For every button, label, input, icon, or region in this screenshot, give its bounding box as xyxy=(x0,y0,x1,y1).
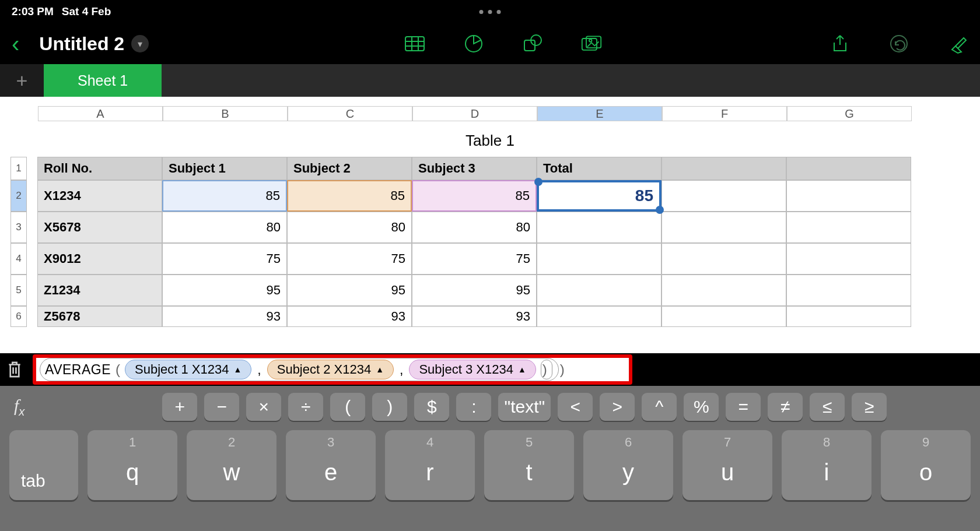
op-key-9[interactable]: < xyxy=(558,393,593,421)
chart-icon[interactable] xyxy=(463,33,484,54)
col-head-c[interactable]: C xyxy=(288,106,412,121)
header-blank-g[interactable] xyxy=(786,157,911,180)
key-u[interactable]: 7u xyxy=(682,430,772,500)
op-key-4[interactable]: ( xyxy=(330,393,365,421)
cell-b4[interactable]: 75 xyxy=(162,243,287,275)
op-key-8[interactable]: "text" xyxy=(498,393,551,421)
key-i[interactable]: 8i xyxy=(782,430,872,500)
row-head-5[interactable]: 5 xyxy=(10,275,27,306)
row-head-4[interactable]: 4 xyxy=(10,243,27,275)
col-head-d[interactable]: D xyxy=(412,106,537,121)
cell-e5[interactable] xyxy=(537,275,662,306)
delete-formula-icon[interactable] xyxy=(5,360,24,379)
cell-g6[interactable] xyxy=(786,306,911,327)
header-subject1[interactable]: Subject 1 xyxy=(162,157,287,180)
op-key-11[interactable]: ^ xyxy=(642,393,677,421)
shape-icon[interactable] xyxy=(522,33,543,54)
ref-pill-2[interactable]: Subject 2 X1234 ▲ xyxy=(267,360,394,379)
header-blank-f[interactable] xyxy=(662,157,786,180)
cell-a6[interactable]: Z5678 xyxy=(37,306,162,327)
cell-f6[interactable] xyxy=(662,306,786,327)
row-head-2[interactable]: 2 xyxy=(10,180,27,212)
op-key-14[interactable]: ≠ xyxy=(768,393,803,421)
document-menu-chevron[interactable]: ▾ xyxy=(131,35,149,52)
ref-pill-3[interactable]: Subject 3 X1234 ▲ xyxy=(409,360,536,379)
op-key-0[interactable]: + xyxy=(162,393,197,421)
op-key-10[interactable]: > xyxy=(600,393,635,421)
multitask-dots[interactable] xyxy=(480,10,501,14)
cell-e2-active[interactable]: 85 xyxy=(537,180,662,212)
col-head-a[interactable]: A xyxy=(38,106,163,121)
fx-label[interactable]: fx xyxy=(14,396,24,419)
cell-d5[interactable]: 95 xyxy=(412,275,537,306)
sheet-tab-1[interactable]: Sheet 1 xyxy=(44,64,162,97)
cell-a4[interactable]: X9012 xyxy=(37,243,162,275)
format-brush-icon[interactable] xyxy=(947,33,968,54)
cell-b6[interactable]: 93 xyxy=(162,306,287,327)
table-title[interactable]: Table 1 xyxy=(0,132,980,150)
undo-icon[interactable] xyxy=(888,33,909,54)
op-key-13[interactable]: = xyxy=(726,393,761,421)
tab-key[interactable]: tab xyxy=(9,430,78,500)
op-key-1[interactable]: − xyxy=(204,393,239,421)
cell-g3[interactable] xyxy=(786,212,911,243)
cell-b2[interactable]: 85 xyxy=(162,180,287,212)
key-t[interactable]: 5t xyxy=(484,430,574,500)
op-key-6[interactable]: $ xyxy=(414,393,449,421)
key-y[interactable]: 6y xyxy=(583,430,673,500)
op-key-12[interactable]: % xyxy=(684,393,719,421)
cell-a3[interactable]: X5678 xyxy=(37,212,162,243)
cell-c5[interactable]: 95 xyxy=(287,275,412,306)
add-sheet-button[interactable]: + xyxy=(0,64,44,97)
header-subject3[interactable]: Subject 3 xyxy=(412,157,537,180)
formula-bar[interactable]: AVERAGE ( Subject 1 X1234 ▲ , Subject 2 … xyxy=(33,354,632,385)
media-icon[interactable] xyxy=(581,33,602,54)
col-head-f[interactable]: F xyxy=(662,106,787,121)
cell-d4[interactable]: 75 xyxy=(412,243,537,275)
cell-g4[interactable] xyxy=(786,243,911,275)
cell-c2[interactable]: 85 xyxy=(287,180,412,212)
key-o[interactable]: 9o xyxy=(881,430,971,500)
op-key-16[interactable]: ≥ xyxy=(852,393,887,421)
cell-f2[interactable] xyxy=(662,180,786,212)
cell-f3[interactable] xyxy=(662,212,786,243)
header-total[interactable]: Total xyxy=(537,157,662,180)
ref-pill-1[interactable]: Subject 1 X1234 ▲ xyxy=(125,360,251,379)
col-head-e[interactable]: E xyxy=(537,106,662,121)
cell-f4[interactable] xyxy=(662,243,786,275)
key-e[interactable]: 3e xyxy=(286,430,376,500)
cell-e6[interactable] xyxy=(537,306,662,327)
header-rollno[interactable]: Roll No. xyxy=(37,157,162,180)
col-head-b[interactable]: B xyxy=(163,106,288,121)
cell-a5[interactable]: Z1234 xyxy=(37,275,162,306)
header-subject2[interactable]: Subject 2 xyxy=(287,157,412,180)
share-icon[interactable] xyxy=(830,33,850,54)
cell-e4[interactable] xyxy=(537,243,662,275)
key-r[interactable]: 4r xyxy=(385,430,475,500)
cell-g5[interactable] xyxy=(786,275,911,306)
key-q[interactable]: 1q xyxy=(88,430,177,500)
op-key-2[interactable]: × xyxy=(246,393,281,421)
cell-c3[interactable]: 80 xyxy=(287,212,412,243)
selection-handle-tl[interactable] xyxy=(534,178,542,186)
op-key-15[interactable]: ≤ xyxy=(810,393,845,421)
col-head-g[interactable]: G xyxy=(787,106,912,121)
back-button[interactable]: ‹ xyxy=(12,31,19,57)
op-key-3[interactable]: ÷ xyxy=(288,393,323,421)
cell-a2[interactable]: X1234 xyxy=(37,180,162,212)
cell-c6[interactable]: 93 xyxy=(287,306,412,327)
cell-d6[interactable]: 93 xyxy=(412,306,537,327)
row-head-3[interactable]: 3 xyxy=(10,212,27,243)
selection-handle-br[interactable] xyxy=(656,206,664,214)
key-w[interactable]: 2w xyxy=(187,430,276,500)
op-key-5[interactable]: ) xyxy=(372,393,407,421)
cell-d2[interactable]: 85 xyxy=(412,180,537,212)
cell-e3[interactable] xyxy=(537,212,662,243)
cell-g2[interactable] xyxy=(786,180,911,212)
row-head-6[interactable]: 6 xyxy=(10,306,27,327)
cell-b5[interactable]: 95 xyxy=(162,275,287,306)
row-head-1[interactable]: 1 xyxy=(10,157,27,180)
document-title[interactable]: Untitled 2 xyxy=(39,33,124,55)
op-key-7[interactable]: : xyxy=(456,393,491,421)
table-icon[interactable] xyxy=(404,33,425,54)
